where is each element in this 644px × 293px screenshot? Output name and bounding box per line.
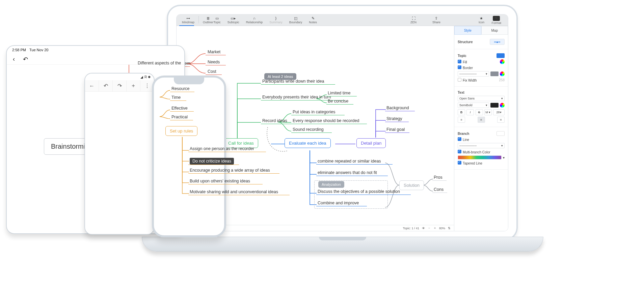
tab-map[interactable]: Map — [481, 26, 508, 35]
align-left[interactable]: ≡ — [458, 117, 465, 123]
border-color[interactable] — [490, 71, 499, 76]
android-toolbar: ← ↶ ↷ ＋ ⋮ — [85, 80, 154, 92]
leaf-c2a[interactable]: Limited time — [328, 91, 350, 95]
leaf-d1[interactable]: Background — [386, 106, 409, 110]
align-right[interactable]: ≡ — [497, 117, 505, 123]
zoom-stepper-icon[interactable]: ⇅ — [448, 227, 451, 230]
leaf-aspects[interactable]: Different aspects of the — [138, 61, 181, 65]
border-style[interactable]: ────────▾ — [458, 71, 489, 77]
laptop-base — [142, 237, 543, 252]
tablet-statusbar: 2:58 PM Tue Nov 20 — [7, 46, 184, 54]
iphone-notch — [174, 78, 204, 84]
visibility-icon[interactable]: 👁 — [422, 227, 425, 230]
topic-shape[interactable] — [497, 53, 505, 58]
insert-topic[interactable]: ▭Topic — [210, 16, 224, 25]
view-mindmap[interactable]: ⊶Mindmap — [179, 16, 198, 25]
android-frame: ◢ R ✱ ← ↶ ↷ ＋ ⋮ — [84, 73, 155, 235]
leaf-d2[interactable]: Strategy — [386, 116, 402, 121]
chk-fill[interactable] — [458, 60, 461, 63]
btn-italic[interactable]: I — [466, 109, 474, 115]
font-size[interactable]: 28 ▾ — [493, 109, 505, 115]
leaf-c3b[interactable]: Every response should be recorded — [293, 118, 359, 123]
btn-strike[interactable]: S — [476, 109, 483, 115]
leaf-s1[interactable]: Pros — [434, 175, 442, 180]
leaf-e2[interactable]: eliminate answers that do not fit — [318, 170, 377, 175]
text-color-wheel[interactable] — [500, 103, 505, 108]
back-icon[interactable]: ‹ — [13, 56, 15, 63]
chk-border[interactable] — [458, 65, 461, 69]
multibranch-palette[interactable] — [458, 155, 502, 159]
leaf-market[interactable]: Market — [208, 50, 220, 54]
android-statusbar: ◢ R ✱ — [85, 74, 154, 80]
chk-multibranch[interactable] — [458, 150, 461, 153]
node-solution[interactable]: Solution — [399, 180, 424, 190]
border-color-wheel[interactable] — [500, 71, 505, 76]
label-text: Text — [458, 91, 464, 94]
label-structure: Structure — [458, 40, 473, 44]
leaf-e1[interactable]: combine repeated or similar ideas — [318, 159, 381, 164]
chk-tapered[interactable] — [458, 161, 461, 165]
iphone-frame — [152, 76, 226, 237]
tablet-date: Tue Nov 20 — [29, 48, 48, 52]
insert-notes[interactable]: ✎Notes — [305, 16, 320, 25]
zoom-out[interactable]: － — [428, 226, 431, 230]
insert-boundary[interactable]: ◫Boundary — [286, 16, 306, 25]
font-family[interactable]: Open Sans▾ — [458, 96, 505, 101]
label-topic: Topic — [458, 54, 466, 58]
leaf-c3[interactable]: Record ideas — [262, 118, 287, 123]
fixwidth-value: 258 — [499, 78, 505, 82]
android-undo[interactable]: ↶ — [99, 80, 113, 91]
insert-subtopic[interactable]: ▭▸Subtopic — [224, 16, 243, 25]
zoom-in[interactable]: ＋ — [433, 226, 436, 230]
node-call-for-ideas[interactable]: Call for ideas — [224, 138, 258, 148]
chk-fixwidth[interactable] — [458, 78, 461, 82]
leaf-c2b[interactable]: Be concise — [328, 99, 348, 104]
chk-line[interactable] — [458, 137, 461, 141]
label-branch: Branch — [458, 132, 469, 136]
android-back[interactable]: ← — [85, 80, 99, 91]
android-redo[interactable]: ↷ — [113, 80, 127, 91]
leaf-e3[interactable]: Discuss the objectives of a possible sol… — [318, 189, 400, 194]
tab-style[interactable]: Style — [454, 26, 481, 35]
zen-mode[interactable]: ⛶ZEN — [407, 16, 420, 25]
leaf-c1[interactable]: Participants write down their idea — [262, 79, 324, 84]
android-status-text: R ✱ — [144, 75, 151, 79]
format-sidebar: Style Map Structure ━●━ Topic Fill Borde… — [454, 26, 508, 231]
insert-relationship[interactable]: ∩Relationship — [243, 16, 266, 25]
leaf-c3c[interactable]: Sound recording — [293, 127, 324, 132]
leaf-cost[interactable]: Cost — [208, 69, 216, 74]
app-toolbar: ⊶Mindmap ≣Outliner ▭Topic ▭▸Subtopic ∩Re… — [177, 14, 508, 26]
tablet-time: 2:58 PM — [12, 48, 26, 52]
badge-analyzation: Analyzation — [318, 181, 344, 188]
status-topic-count: Topic: 1 / 41 — [403, 227, 419, 230]
share-button[interactable]: ⇪Share — [429, 16, 444, 25]
btn-case[interactable]: M ▾ — [484, 109, 492, 115]
font-weight[interactable]: SemiBold▾ — [458, 102, 489, 108]
format-panel[interactable]: ✎Format — [488, 15, 505, 25]
zoom-value[interactable]: 80% — [439, 227, 445, 230]
fill-color[interactable] — [500, 59, 505, 64]
leaf-c2[interactable]: Everybody presents their idea in turn — [262, 95, 331, 99]
structure-picker[interactable]: ━●━ — [490, 39, 505, 45]
align-center[interactable]: ≡ — [478, 117, 485, 123]
node-evaluate[interactable]: Evaluate each idea — [285, 138, 331, 148]
leaf-e4[interactable]: Combine and improve — [318, 201, 359, 205]
line-style[interactable]: ────────▾ — [458, 143, 505, 148]
insert-summary[interactable]: }Summary — [266, 16, 286, 25]
leaf-d3[interactable]: Final goal — [386, 127, 405, 132]
icon-panel[interactable]: ★Icon — [475, 15, 488, 25]
android-add[interactable]: ＋ — [127, 80, 140, 91]
branch-shape[interactable] — [497, 131, 505, 136]
node-detail-plan[interactable]: Detail plan — [356, 138, 386, 148]
leaf-s2[interactable]: Cons — [434, 187, 444, 192]
btn-bold[interactable]: B — [458, 109, 465, 115]
android-signal-icon: ◢ — [140, 75, 143, 79]
undo-icon[interactable]: ↶ — [23, 56, 28, 63]
leaf-c3a[interactable]: Put ideas in categories — [293, 110, 335, 114]
leaf-needs[interactable]: Needs — [208, 60, 220, 64]
text-color[interactable] — [490, 103, 499, 108]
